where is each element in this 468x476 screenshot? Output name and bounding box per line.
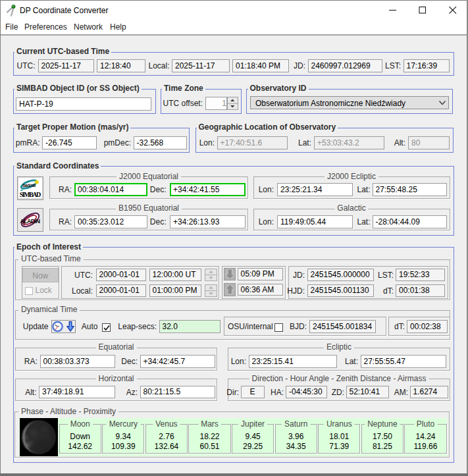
svg-text:ALADiN: ALADiN [20,218,40,225]
svg-text:SIMBAD: SIMBAD [20,191,41,198]
svg-text:simbad: simbad [22,183,36,188]
